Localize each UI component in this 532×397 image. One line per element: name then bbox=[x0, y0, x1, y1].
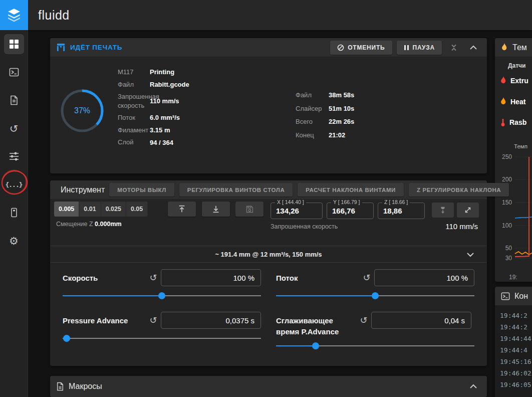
macros-card: Макросы bbox=[50, 376, 487, 397]
stat-row: ФайлRabitt.gcode bbox=[118, 80, 283, 89]
speed-value-field[interactable]: 100 % bbox=[161, 269, 261, 286]
pause-print-button[interactable]: ПАУЗА bbox=[397, 41, 442, 55]
sensor-row-extruder[interactable]: Extru bbox=[500, 76, 528, 85]
slider-fill bbox=[276, 345, 316, 346]
temperature-card-header: Тем bbox=[495, 38, 532, 57]
stat-row: Файл38m 58s bbox=[296, 91, 354, 100]
sidebar-item-jobs[interactable] bbox=[4, 90, 24, 110]
collapse-macros-button[interactable] bbox=[466, 379, 481, 394]
printer-3d-icon bbox=[56, 43, 66, 52]
extruder-series-line bbox=[515, 157, 529, 257]
z-tilt-adjust-button[interactable]: Z РЕГУЛИРОВКА НАКЛОНА bbox=[409, 183, 509, 196]
speed-slider[interactable] bbox=[63, 292, 261, 300]
smooth-time-slider-block: Сглаживающее время P.Advance ↺ 0,04 s bbox=[276, 312, 474, 350]
sidebar-item-configure[interactable]: {...} bbox=[4, 174, 24, 194]
chevron-down-icon bbox=[466, 252, 474, 257]
svg-text:100: 100 bbox=[502, 222, 512, 229]
z-offset-down-button[interactable] bbox=[202, 202, 230, 217]
pressure-advance-slider[interactable] bbox=[63, 334, 261, 342]
expand-summary-button[interactable] bbox=[465, 250, 476, 259]
speed-reset-button[interactable]: ↺ bbox=[146, 269, 161, 286]
motors-off-button[interactable]: МОТОРЫ ВЫКЛ bbox=[109, 183, 174, 196]
slider-thumb[interactable] bbox=[312, 342, 319, 349]
main-column: ИДЁТ ПЕЧАТЬ ОТМЕНИТЬ ПАУЗА bbox=[50, 38, 487, 397]
probe-move-button[interactable] bbox=[432, 203, 454, 218]
pressure-advance-value-field[interactable]: 0,0375 s bbox=[161, 312, 261, 329]
console-icon bbox=[9, 67, 19, 77]
code-braces-icon: {...} bbox=[5, 181, 22, 188]
smooth-time-value-field[interactable]: 0,04 s bbox=[371, 312, 471, 329]
sensor-row-heater-bed[interactable]: Heat bbox=[500, 97, 525, 106]
stat-row: Запрошенная скорость110 mm/s bbox=[118, 92, 283, 110]
arrow-collapse-up-icon bbox=[177, 205, 186, 214]
smooth-time-reset-button[interactable]: ↺ bbox=[356, 312, 371, 329]
sidebar-item-settings[interactable]: ⚙ bbox=[4, 231, 24, 251]
z-step-0025-button[interactable]: 0.025 bbox=[101, 202, 126, 217]
print-progress-percent: 37% bbox=[60, 89, 104, 133]
requested-speed-value: 110 mm/s bbox=[445, 222, 478, 231]
flow-reset-button[interactable]: ↺ bbox=[359, 269, 374, 286]
sidebar-item-console[interactable] bbox=[4, 62, 24, 82]
bed-series-line bbox=[515, 252, 532, 255]
extrusion-summary-bar[interactable]: ~ 191.4 mm @ 12 mm³/s, 150 mm/s bbox=[50, 246, 487, 263]
chevron-up-icon bbox=[469, 45, 477, 50]
chart-label: Темп bbox=[514, 143, 527, 149]
z-offset-save-button[interactable] bbox=[235, 202, 263, 217]
bed-screws-adjust-button[interactable]: РЕГУЛИРОВКА ВИНТОВ СТОЛА bbox=[179, 183, 293, 196]
console-entry: 19:44:2 bbox=[500, 323, 532, 331]
z-step-001-button[interactable]: 0.01 bbox=[79, 202, 101, 217]
print-progress-ring: 37% bbox=[60, 89, 104, 133]
console-entry: 19:44:44 bbox=[500, 335, 532, 342]
smooth-time-label: Сглаживающее время P.Advance bbox=[276, 312, 356, 337]
free-move-button[interactable] bbox=[457, 203, 479, 218]
print-stats-right: Файл38m 58s Слайсер51m 10s Всего22m 26s … bbox=[296, 91, 354, 139]
console-entry: 19:44:2 bbox=[500, 312, 532, 319]
svg-text:30: 30 bbox=[505, 255, 512, 262]
file-icon bbox=[10, 95, 19, 105]
tool-sliders-grid: Скорость ↺ 100 % Поток ↺ bbox=[63, 269, 474, 350]
flame-icon bbox=[500, 76, 507, 85]
arrow-collapse-down-icon bbox=[211, 205, 220, 214]
macros-card-header[interactable]: Макросы bbox=[50, 376, 487, 397]
flow-slider[interactable] bbox=[276, 292, 474, 300]
save-icon bbox=[245, 205, 254, 214]
console-entry: 19:46:05 bbox=[500, 381, 532, 388]
sensor-name: Rasb bbox=[509, 118, 526, 126]
sensor-row-raspberry[interactable]: Rasb bbox=[500, 118, 526, 127]
z-step-005-button[interactable]: 0.05 bbox=[126, 202, 148, 217]
slider-thumb[interactable] bbox=[63, 335, 70, 342]
z-offset-up-button[interactable] bbox=[168, 202, 196, 217]
sidebar-item-dashboard[interactable] bbox=[4, 34, 24, 54]
printer-device-icon bbox=[9, 208, 19, 218]
gear-icon: ⚙ bbox=[9, 236, 19, 246]
flow-slider-label: Поток bbox=[276, 269, 359, 284]
console-card-header: Кон bbox=[495, 287, 532, 305]
cancel-print-button[interactable]: ОТМЕНИТЬ bbox=[330, 41, 392, 55]
pressure-advance-reset-button[interactable]: ↺ bbox=[146, 312, 161, 329]
slider-thumb[interactable] bbox=[372, 292, 379, 299]
tool-card-title: Инструмент bbox=[61, 185, 105, 194]
fluidd-logo-icon[interactable] bbox=[0, 0, 28, 30]
temperature-card-title: Тем bbox=[512, 43, 527, 52]
sidebar-item-tune[interactable] bbox=[4, 146, 24, 166]
slider-thumb[interactable] bbox=[158, 292, 165, 299]
sidebar-item-history[interactable]: ↺ bbox=[4, 118, 24, 138]
macros-card-title: Макросы bbox=[69, 382, 102, 391]
tool-card-header: Инструмент МОТОРЫ ВЫКЛ РЕГУЛИРОВКА ВИНТО… bbox=[50, 180, 487, 199]
print-status-card: ИДЁТ ПЕЧАТЬ ОТМЕНИТЬ ПАУЗА bbox=[50, 38, 487, 173]
smooth-time-slider[interactable] bbox=[276, 342, 474, 350]
collapse-card-button[interactable] bbox=[466, 40, 481, 55]
sensors-column-header: Датчи bbox=[508, 62, 525, 69]
flame-icon bbox=[501, 43, 508, 52]
history-icon: ↺ bbox=[10, 123, 19, 134]
flow-value-field[interactable]: 100 % bbox=[374, 269, 474, 286]
collapse-panels-button[interactable] bbox=[446, 40, 461, 55]
screws-tilt-calculate-button[interactable]: РАСЧЕТ НАКЛОНА ВИНТАМИ bbox=[298, 183, 404, 196]
z-step-0005-button[interactable]: 0.005 bbox=[54, 202, 79, 217]
tune-icon bbox=[9, 151, 19, 161]
stat-row: Слой94 / 364 bbox=[118, 138, 283, 147]
sensor-name: Extru bbox=[510, 77, 528, 85]
cancel-icon bbox=[337, 44, 344, 51]
console-log[interactable]: 19:44:2 19:44:2 19:44:44 19:44:4 19:45:1… bbox=[495, 305, 532, 397]
sidebar-item-printer[interactable] bbox=[4, 203, 24, 223]
